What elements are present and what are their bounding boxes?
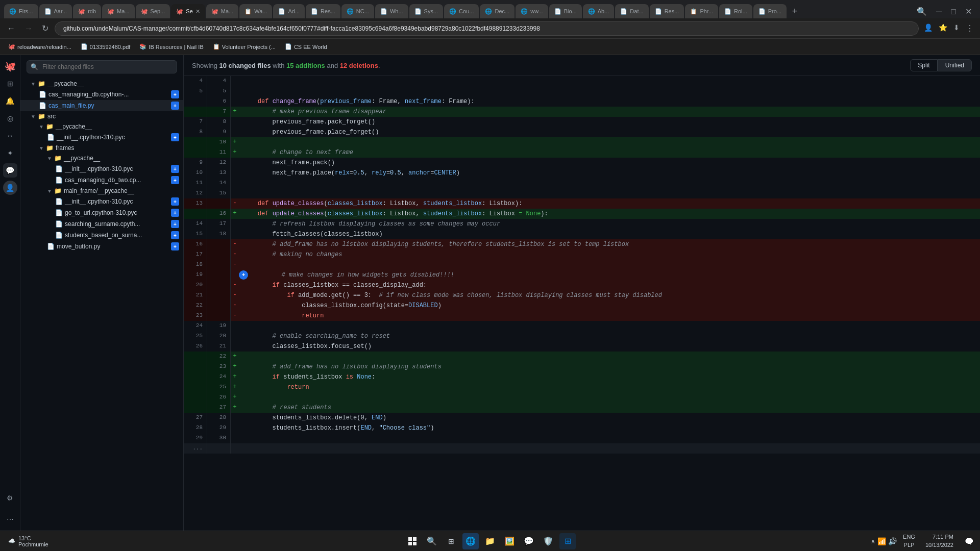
tab[interactable]: 📄 Res... [650, 4, 684, 18]
gh-sidebar-icon-bell[interactable]: 🔔 [3, 94, 17, 108]
tree-item[interactable]: 📄 go_to_url.cpython-310.pyc + [20, 207, 183, 218]
tab[interactable]: 🌐 Cou... [444, 4, 479, 18]
tab[interactable]: 🌐 NC... [341, 4, 374, 18]
tree-item[interactable]: 📄 cas_managing_db_two.cp... + [20, 174, 183, 186]
tree-item[interactable]: 📄 students_based_on_surna... + [20, 230, 183, 241]
tab[interactable]: 📄 Rol... [719, 4, 752, 18]
weather-widget[interactable]: ☁️ 13°C Pochmurnie [4, 533, 53, 549]
bookmark-item[interactable]: 📚 IB Resources | Nail IB [135, 42, 207, 52]
taskbar-edge[interactable]: 🌐 [462, 533, 479, 549]
diff-marker: + [231, 209, 239, 219]
add-badge[interactable]: + [171, 197, 179, 206]
add-badge[interactable]: + [171, 90, 179, 98]
tab[interactable]: 📋 Wa... [239, 4, 272, 18]
maximize-button[interactable]: □ [947, 5, 960, 18]
gh-sidebar-icon-issues[interactable]: ◎ [3, 111, 17, 126]
tab[interactable]: 📄 Sys... [409, 4, 444, 18]
add-badge[interactable]: + [171, 209, 179, 217]
taskbar-search[interactable]: 🔍 [424, 533, 440, 549]
tab[interactable]: 📄 Ad... [273, 4, 305, 18]
tree-item[interactable]: ▼ 📁 __pycache__ [20, 121, 183, 132]
start-button[interactable] [404, 533, 421, 549]
tree-item[interactable]: ▼ 📁 main_frame/__pycache__ [20, 186, 183, 196]
taskbar-explorer[interactable]: 📁 [482, 533, 498, 549]
tab[interactable]: 📋 Phr... [685, 4, 718, 18]
add-badge[interactable]: + [171, 133, 179, 141]
taskbar-vs[interactable]: ⊞ [559, 533, 576, 549]
add-badge[interactable]: + [171, 242, 179, 251]
add-badge[interactable]: + [171, 176, 179, 184]
bookmark-item[interactable]: 📄 CS EE World [281, 42, 331, 52]
tree-item[interactable]: 📄 searching_surname.cpyth... + [20, 218, 183, 230]
lang-layout[interactable]: ENG PLP [901, 532, 917, 550]
tab-active[interactable]: 🐙 Se✕ [171, 4, 205, 18]
tree-item-label: cas_main_file.py [48, 102, 94, 109]
taskbar-kaspersky[interactable]: 🛡️ [540, 533, 556, 549]
tree-item[interactable]: 📄 __init__.cpython-310.pyc + [20, 132, 183, 143]
tree-item-active[interactable]: 📄 cas_main_file.py + [20, 100, 183, 111]
tree-item[interactable]: ▼ 📁 __pycache__ [20, 79, 183, 89]
tree-item[interactable]: ▼ 📁 frames [20, 143, 183, 153]
reload-button[interactable]: ↻ [39, 21, 52, 35]
tab[interactable]: 🐙 Ma... [206, 4, 238, 18]
back-button[interactable]: ← [4, 22, 18, 35]
tree-item[interactable]: 📄 __init__.cpython-310.pyc + [20, 196, 183, 207]
new-tab-button[interactable]: + [788, 4, 802, 18]
gh-sidebar-icon-explore[interactable]: ✦ [3, 146, 17, 160]
gh-sidebar-icon-notifications[interactable]: 💬 [3, 163, 17, 178]
add-badge[interactable]: + [171, 220, 179, 228]
taskbar-gallery[interactable]: 🖼️ [501, 533, 518, 549]
bookmark-item[interactable]: 📋 Volunteer Projects (... [209, 42, 280, 52]
tab[interactable]: 🐙 Sep... [136, 4, 170, 18]
tab[interactable]: 📄 Bio... [549, 4, 582, 18]
bookmark-item[interactable]: 🐙 reloadware/reloadin... [4, 42, 76, 52]
notifications-button[interactable]: 🗨️ [962, 534, 976, 548]
menu-icon[interactable]: ⋮ [964, 21, 976, 35]
tree-item[interactable]: 📄 cas_managing_db.cpython-... + [20, 89, 183, 100]
unified-view-button[interactable]: Unified [938, 59, 972, 71]
tab[interactable]: 📄 Dat... [615, 4, 648, 18]
tab[interactable]: 📄 Aar... [39, 4, 72, 18]
tab[interactable]: 📄 Wh... [375, 4, 408, 18]
time-date[interactable]: 7:11 PM 10/13/2022 [921, 532, 958, 550]
tree-item[interactable]: 📄 __init__.cpython-310.pyc + [20, 163, 183, 174]
search-button[interactable]: 🔍 [913, 5, 931, 18]
split-view-button[interactable]: Split [910, 59, 937, 71]
gh-sidebar-icon-home[interactable]: ⊞ [3, 77, 17, 91]
tab[interactable]: 🐙 rdb [73, 4, 101, 18]
address-input[interactable] [55, 21, 919, 36]
minimize-button[interactable]: ─ [932, 5, 946, 18]
download-icon[interactable]: ⬇ [951, 21, 962, 35]
tab[interactable]: 🌐 Dec... [480, 4, 514, 18]
add-badge[interactable]: + [171, 165, 179, 173]
forward-button[interactable]: → [21, 22, 36, 35]
tab[interactable]: 🐙 Ma... [102, 4, 134, 18]
bookmark-item[interactable]: 📄 0133592480.pdf [77, 42, 135, 52]
network-icon[interactable]: 📶 [877, 537, 886, 545]
tree-item[interactable]: ▼ 📁 src [20, 111, 183, 121]
tab[interactable]: 📄 Pro... [753, 4, 787, 18]
filter-input[interactable] [27, 60, 177, 73]
tray-chevron[interactable]: ∧ [871, 538, 875, 545]
tab[interactable]: 🌐 Firs... [4, 4, 38, 18]
tree-item[interactable]: ▼ 📁 __pycache__ [20, 153, 183, 163]
tab[interactable]: 🌐 Ab... [583, 4, 615, 18]
add-badge[interactable]: + [171, 102, 179, 110]
tab[interactable]: 📄 Res... [306, 4, 340, 18]
account-icon[interactable]: 👤 [922, 21, 935, 35]
volume-icon[interactable]: 🔊 [888, 537, 897, 545]
line-num-left: 25 [184, 331, 207, 341]
gh-sidebar-more[interactable]: ⋯ [3, 512, 17, 527]
taskbar-discord[interactable]: 💬 [521, 533, 537, 549]
close-button[interactable]: ✕ [961, 5, 976, 18]
add-badge[interactable]: + [171, 231, 179, 239]
gh-logo[interactable]: 🐙 [3, 59, 17, 73]
bookmark-icon[interactable]: ⭐ [937, 21, 949, 35]
taskbar-task-view[interactable]: ⊞ [443, 533, 459, 549]
tree-item[interactable]: 📄 move_button.py + [20, 241, 183, 252]
gh-sidebar-icon-profile[interactable]: 👤 [3, 181, 17, 195]
gh-sidebar-icon-pulls[interactable]: ↔ [3, 129, 17, 143]
tab[interactable]: 🌐 ww... [516, 4, 548, 18]
plus-bubble[interactable]: + [239, 270, 248, 280]
gh-sidebar-icon-settings[interactable]: ⚙ [3, 491, 17, 505]
